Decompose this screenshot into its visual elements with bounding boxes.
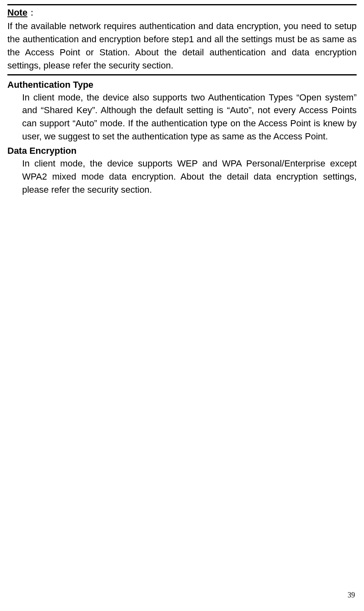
heading-data-encryption: Data Encryption (7, 146, 357, 156)
body-data-encryption: In client mode, the device supports WEP … (22, 157, 357, 196)
body-authentication-type: In client mode, the device also supports… (22, 91, 357, 144)
note-colon: ： (27, 7, 36, 18)
note-box: Note： If the available network requires … (7, 4, 357, 75)
note-label: Note (7, 7, 27, 18)
heading-authentication-type: Authentication Type (7, 80, 357, 90)
document-page: Note： If the available network requires … (0, 0, 364, 196)
page-number: 39 (348, 591, 355, 600)
note-header: Note： (7, 7, 357, 19)
note-text: If the available network requires authen… (7, 20, 357, 72)
